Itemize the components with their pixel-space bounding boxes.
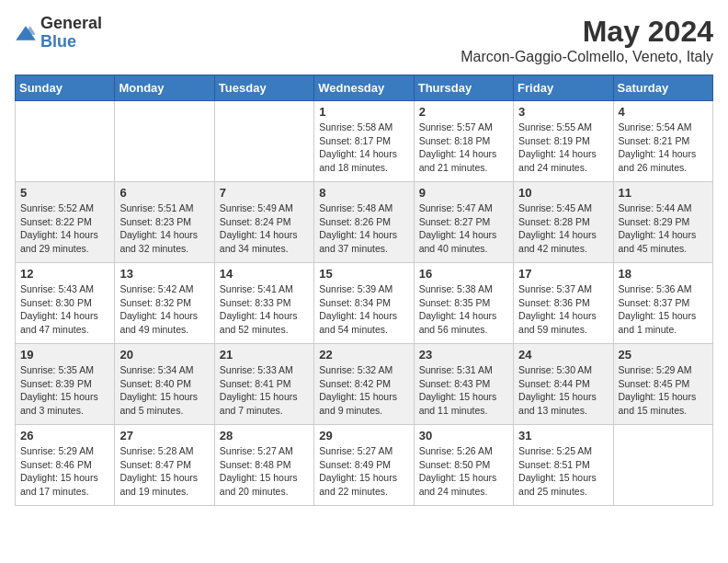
day-number: 19 bbox=[20, 348, 109, 362]
day-info: Sunrise: 5:52 AM Sunset: 8:22 PM Dayligh… bbox=[20, 201, 109, 256]
day-number: 14 bbox=[220, 267, 309, 281]
calendar-cell: 1Sunrise: 5:58 AM Sunset: 8:17 PM Daylig… bbox=[314, 101, 414, 182]
col-header-friday: Friday bbox=[514, 75, 613, 101]
day-number: 27 bbox=[119, 429, 209, 442]
calendar-cell: 21Sunrise: 5:33 AM Sunset: 8:41 PM Dayli… bbox=[214, 344, 313, 425]
logo: General Blue bbox=[15, 15, 102, 52]
day-info: Sunrise: 5:44 AM Sunset: 8:29 PM Dayligh… bbox=[619, 201, 708, 256]
col-header-tuesday: Tuesday bbox=[214, 75, 313, 101]
logo-blue-text: Blue bbox=[40, 33, 102, 52]
calendar-cell: 24Sunrise: 5:30 AM Sunset: 8:44 PM Dayli… bbox=[514, 344, 613, 425]
calendar-cell: 30Sunrise: 5:26 AM Sunset: 8:50 PM Dayli… bbox=[414, 425, 513, 506]
calendar-cell: 28Sunrise: 5:27 AM Sunset: 8:48 PM Dayli… bbox=[214, 425, 313, 506]
calendar-cell bbox=[115, 101, 214, 182]
calendar-cell: 16Sunrise: 5:38 AM Sunset: 8:35 PM Dayli… bbox=[414, 263, 513, 344]
day-number: 31 bbox=[518, 429, 608, 442]
calendar-cell: 18Sunrise: 5:36 AM Sunset: 8:37 PM Dayli… bbox=[613, 263, 712, 344]
day-info: Sunrise: 5:34 AM Sunset: 8:40 PM Dayligh… bbox=[119, 363, 209, 418]
day-number: 20 bbox=[119, 348, 209, 362]
day-number: 15 bbox=[319, 267, 408, 281]
calendar-cell: 22Sunrise: 5:32 AM Sunset: 8:42 PM Dayli… bbox=[314, 344, 414, 425]
calendar-cell: 2Sunrise: 5:57 AM Sunset: 8:18 PM Daylig… bbox=[414, 101, 513, 182]
calendar-week-row: 1Sunrise: 5:58 AM Sunset: 8:17 PM Daylig… bbox=[16, 101, 713, 182]
calendar-cell bbox=[214, 101, 313, 182]
day-info: Sunrise: 5:27 AM Sunset: 8:48 PM Dayligh… bbox=[220, 444, 309, 499]
day-number: 23 bbox=[419, 348, 508, 362]
day-info: Sunrise: 5:38 AM Sunset: 8:35 PM Dayligh… bbox=[419, 282, 508, 337]
day-info: Sunrise: 5:26 AM Sunset: 8:50 PM Dayligh… bbox=[419, 444, 508, 499]
day-number: 3 bbox=[518, 105, 608, 119]
day-number: 12 bbox=[20, 267, 109, 281]
calendar-cell: 23Sunrise: 5:31 AM Sunset: 8:43 PM Dayli… bbox=[414, 344, 513, 425]
day-info: Sunrise: 5:45 AM Sunset: 8:28 PM Dayligh… bbox=[518, 201, 608, 256]
day-info: Sunrise: 5:54 AM Sunset: 8:21 PM Dayligh… bbox=[619, 121, 708, 175]
calendar-cell: 29Sunrise: 5:27 AM Sunset: 8:49 PM Dayli… bbox=[314, 425, 414, 506]
logo-icon bbox=[15, 22, 37, 44]
day-info: Sunrise: 5:57 AM Sunset: 8:18 PM Dayligh… bbox=[419, 121, 508, 175]
day-info: Sunrise: 5:39 AM Sunset: 8:34 PM Dayligh… bbox=[319, 282, 408, 337]
day-info: Sunrise: 5:55 AM Sunset: 8:19 PM Dayligh… bbox=[518, 121, 608, 175]
col-header-monday: Monday bbox=[115, 75, 214, 101]
col-header-wednesday: Wednesday bbox=[314, 75, 414, 101]
col-header-thursday: Thursday bbox=[414, 75, 513, 101]
day-info: Sunrise: 5:58 AM Sunset: 8:17 PM Dayligh… bbox=[319, 121, 408, 175]
day-info: Sunrise: 5:49 AM Sunset: 8:24 PM Dayligh… bbox=[220, 201, 309, 256]
calendar-cell: 9Sunrise: 5:47 AM Sunset: 8:27 PM Daylig… bbox=[414, 182, 513, 263]
calendar-cell: 25Sunrise: 5:29 AM Sunset: 8:45 PM Dayli… bbox=[613, 344, 712, 425]
day-number: 24 bbox=[518, 348, 608, 362]
day-info: Sunrise: 5:33 AM Sunset: 8:41 PM Dayligh… bbox=[220, 363, 309, 418]
calendar-cell: 3Sunrise: 5:55 AM Sunset: 8:19 PM Daylig… bbox=[514, 101, 613, 182]
calendar-header-row: SundayMondayTuesdayWednesdayThursdayFrid… bbox=[16, 75, 713, 101]
calendar-cell: 5Sunrise: 5:52 AM Sunset: 8:22 PM Daylig… bbox=[16, 182, 115, 263]
day-number: 25 bbox=[619, 348, 708, 362]
day-number: 22 bbox=[319, 348, 408, 362]
day-info: Sunrise: 5:48 AM Sunset: 8:26 PM Dayligh… bbox=[319, 201, 408, 256]
day-info: Sunrise: 5:32 AM Sunset: 8:42 PM Dayligh… bbox=[319, 363, 408, 418]
day-info: Sunrise: 5:41 AM Sunset: 8:33 PM Dayligh… bbox=[220, 282, 309, 337]
day-number: 30 bbox=[419, 429, 508, 442]
day-info: Sunrise: 5:30 AM Sunset: 8:44 PM Dayligh… bbox=[518, 363, 608, 418]
calendar-cell: 26Sunrise: 5:29 AM Sunset: 8:46 PM Dayli… bbox=[16, 425, 115, 506]
day-info: Sunrise: 5:47 AM Sunset: 8:27 PM Dayligh… bbox=[419, 201, 508, 256]
day-number: 18 bbox=[619, 267, 708, 281]
day-number: 6 bbox=[119, 186, 209, 200]
page-header: General Blue May 2024 Marcon-Gaggio-Colm… bbox=[15, 15, 713, 65]
calendar-cell: 12Sunrise: 5:43 AM Sunset: 8:30 PM Dayli… bbox=[16, 263, 115, 344]
day-info: Sunrise: 5:51 AM Sunset: 8:23 PM Dayligh… bbox=[119, 201, 209, 256]
day-info: Sunrise: 5:29 AM Sunset: 8:45 PM Dayligh… bbox=[619, 363, 708, 418]
day-number: 29 bbox=[319, 429, 408, 442]
calendar-cell bbox=[613, 425, 712, 506]
calendar-cell: 13Sunrise: 5:42 AM Sunset: 8:32 PM Dayli… bbox=[115, 263, 214, 344]
calendar-week-row: 12Sunrise: 5:43 AM Sunset: 8:30 PM Dayli… bbox=[16, 263, 713, 344]
calendar-cell bbox=[16, 101, 115, 182]
day-number: 9 bbox=[419, 186, 508, 200]
day-info: Sunrise: 5:36 AM Sunset: 8:37 PM Dayligh… bbox=[619, 282, 708, 337]
day-info: Sunrise: 5:35 AM Sunset: 8:39 PM Dayligh… bbox=[20, 363, 109, 418]
calendar-cell: 7Sunrise: 5:49 AM Sunset: 8:24 PM Daylig… bbox=[214, 182, 313, 263]
calendar-cell: 31Sunrise: 5:25 AM Sunset: 8:51 PM Dayli… bbox=[514, 425, 613, 506]
day-info: Sunrise: 5:43 AM Sunset: 8:30 PM Dayligh… bbox=[20, 282, 109, 337]
day-number: 26 bbox=[20, 429, 109, 442]
day-info: Sunrise: 5:25 AM Sunset: 8:51 PM Dayligh… bbox=[518, 444, 608, 499]
month-title: May 2024 bbox=[461, 15, 713, 49]
day-number: 2 bbox=[419, 105, 508, 119]
logo-general-text: General bbox=[40, 15, 102, 33]
day-info: Sunrise: 5:28 AM Sunset: 8:47 PM Dayligh… bbox=[119, 444, 209, 499]
calendar-cell: 4Sunrise: 5:54 AM Sunset: 8:21 PM Daylig… bbox=[613, 101, 712, 182]
day-number: 8 bbox=[319, 186, 408, 200]
day-number: 4 bbox=[619, 105, 708, 119]
calendar-cell: 27Sunrise: 5:28 AM Sunset: 8:47 PM Dayli… bbox=[115, 425, 214, 506]
title-block: May 2024 Marcon-Gaggio-Colmello, Veneto,… bbox=[461, 15, 713, 65]
calendar-cell: 10Sunrise: 5:45 AM Sunset: 8:28 PM Dayli… bbox=[514, 182, 613, 263]
calendar-cell: 11Sunrise: 5:44 AM Sunset: 8:29 PM Dayli… bbox=[613, 182, 712, 263]
calendar-cell: 6Sunrise: 5:51 AM Sunset: 8:23 PM Daylig… bbox=[115, 182, 214, 263]
calendar-week-row: 26Sunrise: 5:29 AM Sunset: 8:46 PM Dayli… bbox=[16, 425, 713, 506]
location-text: Marcon-Gaggio-Colmello, Veneto, Italy bbox=[461, 49, 713, 65]
day-number: 10 bbox=[518, 186, 608, 200]
calendar-cell: 20Sunrise: 5:34 AM Sunset: 8:40 PM Dayli… bbox=[115, 344, 214, 425]
day-info: Sunrise: 5:42 AM Sunset: 8:32 PM Dayligh… bbox=[119, 282, 209, 337]
col-header-saturday: Saturday bbox=[613, 75, 712, 101]
calendar-week-row: 5Sunrise: 5:52 AM Sunset: 8:22 PM Daylig… bbox=[16, 182, 713, 263]
day-number: 13 bbox=[119, 267, 209, 281]
day-info: Sunrise: 5:37 AM Sunset: 8:36 PM Dayligh… bbox=[518, 282, 608, 337]
